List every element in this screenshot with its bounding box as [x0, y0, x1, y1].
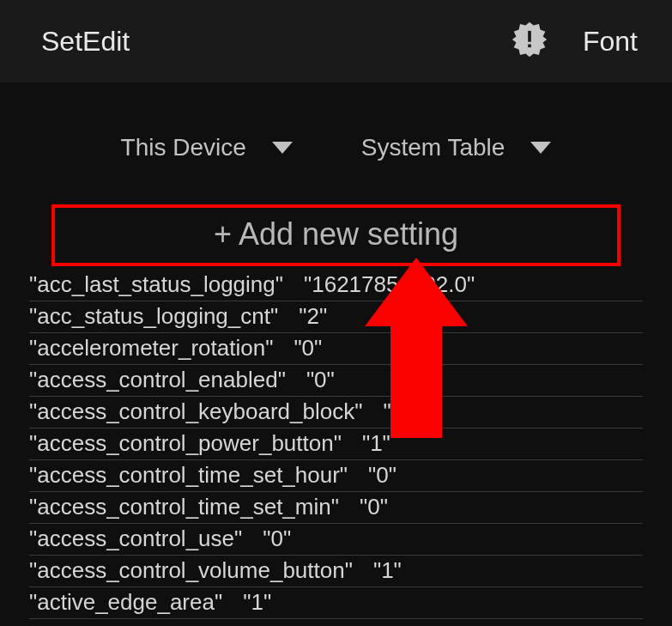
add-setting-label: + Add new setting [214, 216, 458, 252]
chevron-down-icon [272, 142, 293, 154]
setting-key: "access_control_keyboard_block" [29, 398, 383, 425]
setting-key: "access_control_power_button" [29, 430, 362, 457]
dropdowns-bar: This Device System Table [0, 134, 672, 161]
setting-value: "1" [362, 430, 390, 457]
setting-value: "0" [383, 398, 411, 425]
setting-row[interactable]: "active_edge_area""1" [29, 587, 643, 619]
setting-row[interactable]: "access_control_time_set_min""0" [29, 492, 643, 524]
setting-value: "0" [263, 526, 291, 552]
app-title: SetEdit [41, 26, 130, 58]
setting-key: "active_edge_area" [29, 589, 243, 616]
font-button[interactable]: Font [583, 26, 638, 58]
app-header: SetEdit Font [0, 0, 672, 82]
setting-key: "access_control_enabled" [29, 367, 306, 393]
setting-key: "acc_last_status_logging" [29, 271, 304, 298]
svg-rect-0 [528, 31, 531, 42]
device-dropdown-label: This Device [121, 134, 246, 161]
setting-row[interactable]: "acc_last_status_logging""16217856202.0" [29, 270, 643, 301]
setting-row[interactable]: "access_control_volume_button""1" [29, 556, 643, 587]
add-setting-button[interactable]: + Add new setting [51, 204, 621, 266]
setting-row[interactable]: "access_control_power_button""1" [29, 428, 643, 460]
setting-row[interactable]: "accelerometer_rotation""0" [29, 333, 643, 365]
setting-key: "access_control_use" [29, 526, 263, 552]
setting-row[interactable]: "access_control_time_set_hour""0" [29, 460, 643, 492]
setting-row[interactable]: "acc_status_logging_cnt""2" [29, 301, 643, 333]
settings-list: "acc_last_status_logging""16217856202.0"… [29, 270, 643, 619]
setting-key: "accelerometer_rotation" [29, 335, 294, 362]
setting-value: "2" [299, 303, 327, 330]
table-dropdown-label: System Table [361, 134, 506, 161]
setting-value: "0" [294, 335, 322, 362]
chevron-down-icon [530, 142, 551, 154]
setting-value: "1" [243, 589, 271, 616]
setting-value: "0" [306, 367, 335, 393]
setting-value: "1" [373, 557, 402, 584]
setting-value: "16217856202.0" [304, 271, 475, 298]
setting-row[interactable]: "access_control_use""0" [29, 524, 643, 556]
setting-value: "0" [360, 494, 388, 520]
setting-key: "access_control_volume_button" [29, 557, 373, 584]
setting-value: "0" [368, 462, 397, 489]
alert-badge-icon[interactable] [511, 21, 548, 62]
setting-key: "access_control_time_set_min" [29, 494, 360, 520]
device-dropdown[interactable]: This Device [121, 134, 293, 161]
setting-key: "acc_status_logging_cnt" [29, 303, 299, 330]
header-right: Font [511, 21, 638, 62]
svg-rect-1 [528, 45, 531, 48]
setting-key: "access_control_time_set_hour" [29, 462, 368, 489]
table-dropdown[interactable]: System Table [361, 134, 552, 161]
setting-row[interactable]: "access_control_keyboard_block""0" [29, 397, 643, 428]
setting-row[interactable]: "access_control_enabled""0" [29, 365, 643, 397]
